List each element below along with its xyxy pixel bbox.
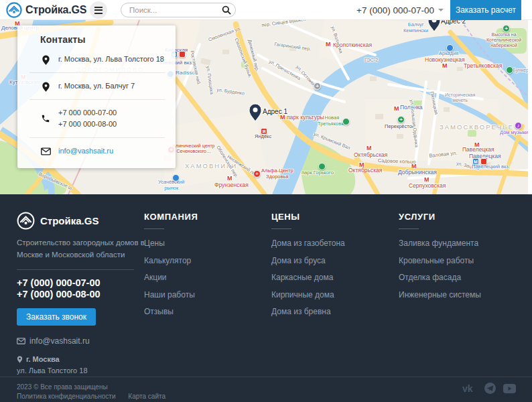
contact-address-2: г. Москва, ул. Балчуг 7 bbox=[58, 80, 135, 92]
metro-icon: М bbox=[367, 145, 372, 151]
map-label: Альфа-Центр Здоровья bbox=[261, 168, 293, 180]
footer-link[interactable]: Отделка фасада bbox=[399, 271, 519, 284]
header-phone-dropdown[interactable]: +7 (000) 000-07-00 bbox=[356, 0, 444, 20]
vk-icon[interactable]: vk bbox=[462, 384, 477, 393]
footer-address: г. Москва ул. Льва Толстого 18 bbox=[17, 354, 161, 376]
footer-link[interactable]: Кирпичные дома bbox=[271, 289, 392, 302]
poi-icon: Я bbox=[261, 128, 267, 135]
map-pin-label: Адрес 1 bbox=[263, 108, 287, 115]
footer-address-city-row: г. Москва bbox=[17, 354, 161, 365]
divider bbox=[399, 228, 419, 229]
contact-email-row: info@vashsait.ru bbox=[29, 138, 165, 164]
sitemap-link[interactable]: Карта сайта bbox=[128, 393, 165, 400]
map[interactable]: Деловой центрКутузовскаяКиевскаяКиевский… bbox=[0, 20, 532, 194]
search-button[interactable] bbox=[222, 5, 231, 15]
copyright: 2023 © Все права защищены bbox=[17, 383, 515, 392]
divider bbox=[271, 228, 291, 229]
poi-icon bbox=[446, 44, 454, 52]
phone-icon bbox=[40, 114, 51, 123]
footer-company-block: Стройка.GS Строительство загородных домо… bbox=[17, 212, 161, 376]
footer-link[interactable]: Каркасные дома bbox=[271, 271, 392, 284]
footer-link[interactable]: Кровельные работы bbox=[399, 255, 519, 267]
footer-link[interactable]: Дома из газобетона bbox=[271, 237, 392, 250]
map-label: парк культуры bbox=[287, 115, 324, 121]
footer-link[interactable]: Акции bbox=[144, 271, 265, 284]
contacts-title: Контакты bbox=[40, 34, 165, 45]
contacts-card: Контакты г. Москва, ул. Льва Толстого 18… bbox=[17, 25, 176, 168]
footer-link[interactable]: Дома из бруса bbox=[271, 255, 392, 267]
map-label: Историческая мечеть bbox=[445, 92, 475, 103]
footer-bottom-bar: 2023 © Все права защищены Политика конфи… bbox=[0, 377, 532, 400]
footer-phone-2[interactable]: +7 (000) 000-08-00 bbox=[17, 289, 161, 301]
map-label: Октябрьская bbox=[354, 152, 387, 159]
map-right-edge bbox=[528, 20, 532, 194]
poi-icon bbox=[342, 118, 350, 125]
footer-link[interactable]: Заливка фундамента bbox=[399, 237, 519, 250]
divider bbox=[17, 269, 134, 270]
map-label: Кропоткинская bbox=[333, 42, 372, 49]
map-label: Клинический центр Сеченовского… bbox=[173, 143, 215, 154]
map-label: Бункер bbox=[513, 68, 529, 74]
poi-icon bbox=[172, 174, 180, 182]
poi-icon: М bbox=[472, 158, 479, 165]
social-links: vk bbox=[462, 383, 516, 394]
footer-logo[interactable]: Стройка.GS bbox=[17, 212, 161, 230]
metro-icon: М bbox=[394, 105, 399, 112]
metro-icon: М bbox=[411, 163, 417, 170]
contact-phone-2: +7 000 000-08-00 bbox=[58, 120, 117, 128]
youtube-icon[interactable] bbox=[503, 384, 516, 393]
map-label: Фрунзенская bbox=[214, 182, 249, 189]
footer-link[interactable]: Дома из бревна bbox=[271, 306, 392, 318]
footer-email-link[interactable]: info@vashsait.ru bbox=[17, 336, 161, 346]
footer-description: Строительство загородных домов в Москве … bbox=[17, 237, 161, 261]
contact-phones: +7 000 000-07-00 +7 000 000-08-00 bbox=[58, 107, 117, 130]
contact-address-1: г. Москва, ул. Льва Толстого 18 bbox=[58, 54, 164, 65]
footer: Стройка.GS Строительство загородных домо… bbox=[0, 194, 532, 402]
footer-address-street: ул. Льва Толстого 18 bbox=[17, 366, 88, 375]
poi-icon bbox=[506, 66, 513, 74]
divider bbox=[144, 228, 164, 229]
map-label: Усачёвский рынок bbox=[158, 180, 184, 191]
footer-column: КОМПАНИЯЦеныКалькуляторАкцииНаши работыО… bbox=[144, 212, 265, 323]
poi-icon bbox=[480, 158, 487, 165]
footer-email: info@vashsait.ru bbox=[29, 336, 90, 346]
footer-link[interactable]: Калькулятор bbox=[144, 255, 265, 267]
footer-link[interactable]: Инженерные системы bbox=[399, 289, 519, 302]
map-label: ГЭС-2 bbox=[364, 58, 378, 63]
map-pin-label: Адрес 2 bbox=[441, 20, 466, 25]
metro-icon: М bbox=[359, 161, 364, 168]
logo[interactable]: Стройка.GS bbox=[6, 2, 86, 18]
svg-text:vk: vk bbox=[462, 384, 473, 393]
contact-address-row: г. Москва, ул. Льва Толстого 18 bbox=[29, 46, 165, 73]
map-label: Третьяковская bbox=[464, 63, 502, 70]
contact-phones-row: +7 000 000-07-00 +7 000 000-08-00 bbox=[29, 100, 165, 138]
contact-email-link[interactable]: info@vashsait.ru bbox=[58, 145, 113, 157]
footer-link[interactable]: Наши работы bbox=[144, 289, 265, 302]
map-pin-address-1[interactable] bbox=[247, 101, 263, 121]
map-label: Яндекс bbox=[255, 134, 271, 140]
header-phone: +7 (000) 000-07-00 bbox=[356, 5, 434, 15]
footer-link[interactable]: Цены bbox=[144, 237, 265, 250]
footer-link[interactable]: Отзывы bbox=[144, 306, 265, 318]
poi-icon: + bbox=[503, 25, 510, 32]
map-label: парк Горького bbox=[302, 170, 334, 176]
search-input[interactable] bbox=[129, 6, 222, 14]
map-label: Октябрьская bbox=[348, 168, 382, 174]
order-call-button[interactable]: Заказать звонок bbox=[17, 308, 96, 326]
header: Стройка.GS +7 (000) 000-07-00 Заказать р… bbox=[0, 0, 532, 20]
search-icon bbox=[222, 5, 231, 15]
page: Стройка.GS +7 (000) 000-07-00 Заказать р… bbox=[0, 0, 532, 402]
poi-icon: ♪ bbox=[515, 122, 522, 129]
telegram-icon[interactable] bbox=[484, 383, 496, 394]
menu-button[interactable] bbox=[90, 1, 107, 19]
privacy-policy-link[interactable]: Политика конфиденциальности bbox=[17, 393, 116, 400]
poi-icon: + bbox=[397, 116, 405, 123]
order-estimate-button[interactable]: Заказать расчет bbox=[450, 0, 521, 20]
footer-phone-1[interactable]: +7 (000) 000-07-00 bbox=[17, 277, 161, 289]
map-pin-address-2[interactable] bbox=[426, 20, 442, 31]
pin-icon bbox=[17, 355, 23, 363]
map-label: Высотка на Котельнической набережной bbox=[486, 32, 521, 48]
footer-column-title: ЦЕНЫ bbox=[271, 212, 392, 222]
pin-icon bbox=[40, 54, 51, 65]
poi-icon bbox=[179, 51, 186, 58]
